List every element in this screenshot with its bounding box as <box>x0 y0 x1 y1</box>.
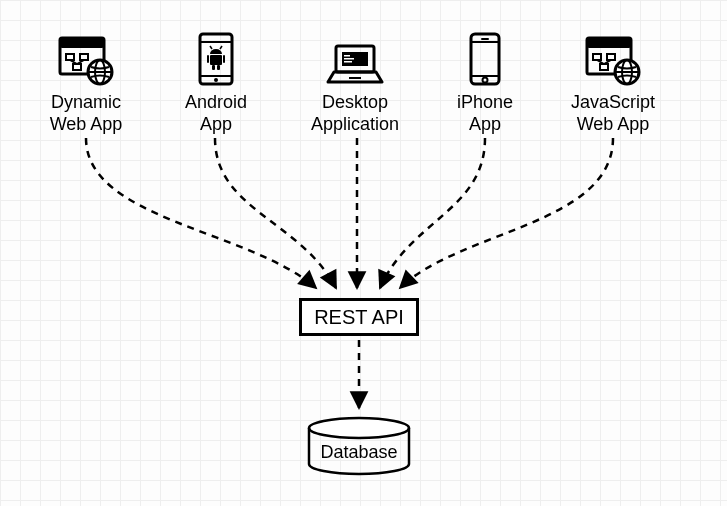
svg-rect-17 <box>212 65 215 70</box>
node-iphone-app: iPhone App <box>450 30 520 135</box>
svg-rect-16 <box>223 55 225 63</box>
arrow-android-to-rest <box>215 138 336 288</box>
svg-rect-4 <box>73 64 81 70</box>
svg-rect-1 <box>60 38 104 48</box>
svg-rect-33 <box>587 38 631 48</box>
node-js-web-app: JavaScript Web App <box>558 30 668 135</box>
node-dynamic-web-app: Dynamic Web App <box>34 30 138 135</box>
laptop-icon <box>300 30 410 86</box>
svg-rect-3 <box>80 54 88 60</box>
node-android-app: Android App <box>176 30 256 135</box>
node-label-line2: Application <box>300 114 410 136</box>
node-label-line2: Web App <box>34 114 138 136</box>
svg-rect-34 <box>593 54 601 60</box>
node-label-line1: iPhone <box>450 92 520 114</box>
svg-point-42 <box>309 418 409 438</box>
svg-rect-14 <box>210 55 222 65</box>
svg-rect-24 <box>344 58 354 60</box>
svg-rect-15 <box>207 55 209 63</box>
svg-point-13 <box>214 78 218 82</box>
android-phone-icon <box>176 30 256 86</box>
arrow-iphone-to-rest <box>380 138 485 288</box>
node-label-line1: JavaScript <box>558 92 668 114</box>
svg-line-19 <box>210 46 212 49</box>
node-label-line2: Web App <box>558 114 668 136</box>
svg-rect-36 <box>600 64 608 70</box>
web-app-globe-icon <box>558 30 668 86</box>
database-label: Database <box>320 442 397 462</box>
database-cylinder: Database <box>305 416 413 476</box>
svg-rect-30 <box>481 38 489 40</box>
node-label-line1: Desktop <box>300 92 410 114</box>
rest-api-label: REST API <box>314 306 404 329</box>
svg-rect-25 <box>344 61 352 63</box>
iphone-icon <box>450 30 520 86</box>
node-label-line2: App <box>176 114 256 136</box>
svg-rect-2 <box>66 54 74 60</box>
rest-api-box: REST API <box>299 298 419 336</box>
web-app-globe-icon <box>34 30 138 86</box>
arrow-js-to-rest <box>400 138 613 288</box>
arrow-dynamic-to-rest <box>86 138 316 288</box>
node-label-line1: Dynamic <box>34 92 138 114</box>
svg-rect-18 <box>217 65 220 70</box>
svg-line-20 <box>220 46 222 49</box>
node-label-line1: Android <box>176 92 256 114</box>
node-desktop-app: Desktop Application <box>300 30 410 135</box>
svg-rect-23 <box>344 55 350 57</box>
node-label-line2: App <box>450 114 520 136</box>
svg-rect-35 <box>607 54 615 60</box>
svg-point-31 <box>483 78 488 83</box>
